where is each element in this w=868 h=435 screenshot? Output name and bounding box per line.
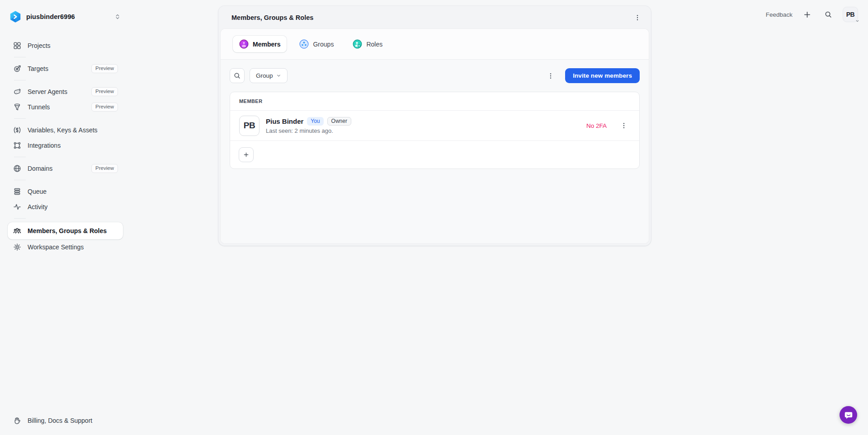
sidebar-divider: [8, 53, 123, 61]
page: piusbinder6996 Projects Targets Preview …: [0, 0, 868, 435]
member-menu-button[interactable]: [618, 119, 630, 132]
panel-menu-button[interactable]: [631, 11, 644, 24]
integrations-nodes-icon: [13, 141, 22, 150]
sidebar-item-domains[interactable]: Domains Preview: [8, 161, 123, 176]
chevron-down-icon: [855, 17, 859, 24]
add-member-button[interactable]: [239, 147, 254, 162]
sidebar-item-label: Domains: [28, 165, 52, 172]
sidebar-item-workspace-settings[interactable]: Workspace Settings: [8, 239, 123, 255]
sidebar-item-label: Members, Groups & Roles: [28, 227, 107, 234]
search-icon: [233, 72, 241, 80]
kebab-icon: [620, 122, 627, 129]
tabs: Members Groups Roles: [221, 29, 649, 60]
sidebar-item-integrations[interactable]: Integrations: [8, 138, 123, 153]
projects-icon: [13, 41, 22, 50]
kebab-icon: [547, 72, 554, 80]
chat-launcher-button[interactable]: [840, 406, 857, 424]
members-list-header: MEMBER: [230, 92, 639, 111]
sidebar-item-targets[interactable]: Targets Preview: [8, 61, 123, 76]
sidebar-divider: [8, 76, 123, 84]
members-tab-content: Group Invite new members MEMBER PB: [221, 60, 649, 243]
sidebar-item-queue[interactable]: Queue: [8, 184, 123, 199]
member-last-seen: Last seen: 2 minutes ago.: [266, 127, 351, 134]
tab-label: Roles: [366, 41, 382, 48]
queue-stack-icon: [13, 187, 22, 196]
members-groups-roles-panel: Members, Groups & Roles Members Groups R…: [218, 6, 651, 246]
member-avatar: PB: [239, 116, 259, 136]
target-icon: [13, 64, 22, 73]
owner-badge: Owner: [327, 117, 351, 126]
sidebar-item-label: Tunnels: [28, 103, 50, 111]
dollar-parentheses-icon: [13, 126, 22, 135]
workspace-unfold-icon: [114, 13, 121, 20]
global-search-button[interactable]: [821, 8, 835, 21]
members-toolbar: Group Invite new members: [230, 68, 640, 83]
sidebar-item-members-groups-roles[interactable]: Members, Groups & Roles: [8, 222, 123, 239]
tab-roles[interactable]: Roles: [346, 36, 389, 52]
sidebar-item-projects[interactable]: Projects: [8, 38, 123, 53]
search-icon: [824, 10, 832, 19]
members-tab-icon: [239, 39, 249, 49]
sidebar-item-label: Activity: [28, 203, 47, 210]
sidebar-footer-label: Billing, Docs & Support: [28, 417, 92, 424]
sidebar-divider: [8, 115, 123, 122]
preview-badge: Preview: [91, 87, 118, 96]
activity-pulse-icon: [13, 202, 22, 211]
sidebar-nav: Projects Targets Preview Server Agents P…: [8, 38, 123, 255]
panel-header: Members, Groups & Roles: [218, 6, 651, 29]
sidebar-item-variables-keys-assets[interactable]: Variables, Keys & Assets: [8, 122, 123, 138]
feedback-link[interactable]: Feedback: [766, 11, 793, 18]
members-list-footer: [230, 141, 639, 168]
search-members-button[interactable]: [230, 68, 245, 83]
hand-icon: [13, 416, 22, 425]
sidebar-item-label: Queue: [28, 188, 47, 195]
workspace-logo-icon: [9, 11, 21, 23]
create-new-button[interactable]: [800, 8, 814, 21]
preview-badge: Preview: [91, 64, 118, 73]
sidebar-item-label: Targets: [28, 65, 48, 72]
group-filter-label: Group: [256, 72, 273, 79]
workspace-name: piusbinder6996: [26, 13, 109, 20]
sidebar-item-server-agents[interactable]: Server Agents Preview: [8, 84, 123, 99]
kebab-icon: [634, 14, 641, 21]
chevron-down-icon: [276, 73, 281, 78]
sidebar-divider: [8, 176, 123, 184]
user-avatar-initials: PB: [846, 11, 854, 18]
sidebar-item-label: Variables, Keys & Assets: [28, 126, 98, 134]
tab-label: Groups: [313, 41, 334, 48]
sidebar-item-tunnels[interactable]: Tunnels Preview: [8, 99, 123, 115]
sidebar-item-label: Workspace Settings: [28, 243, 84, 251]
toolbar-menu-button[interactable]: [544, 70, 557, 82]
sidebar: piusbinder6996 Projects Targets Preview …: [0, 0, 131, 435]
sidebar-divider: [8, 215, 123, 222]
sidebar-item-billing-docs-support[interactable]: Billing, Docs & Support: [8, 413, 123, 428]
invite-new-members-button[interactable]: Invite new members: [565, 68, 640, 83]
member-2fa-status: No 2FA: [586, 122, 607, 129]
sidebar-item-activity[interactable]: Activity: [8, 199, 123, 215]
preview-badge: Preview: [91, 164, 118, 173]
sidebar-divider: [8, 153, 123, 161]
tab-groups[interactable]: Groups: [293, 36, 340, 52]
roles-tab-icon: [353, 39, 362, 49]
sidebar-item-label: Projects: [28, 42, 51, 49]
server-agents-icon: [13, 87, 22, 96]
workspace-switcher[interactable]: piusbinder6996: [8, 9, 123, 24]
user-avatar[interactable]: PB: [843, 7, 858, 22]
tab-members[interactable]: Members: [233, 36, 287, 52]
sidebar-item-label: Server Agents: [28, 88, 67, 95]
group-filter-dropdown[interactable]: Group: [250, 68, 288, 83]
groups-tab-icon: [299, 39, 309, 49]
plus-icon: [803, 10, 811, 19]
member-row[interactable]: PB Pius Binder You Owner Last seen: 2 mi…: [230, 111, 639, 141]
tunnel-funnel-icon: [13, 103, 22, 112]
gear-icon: [13, 243, 22, 252]
members-group-icon: [13, 226, 22, 235]
panel-title: Members, Groups & Roles: [231, 14, 631, 21]
members-list-card: MEMBER PB Pius Binder You Owner Last see…: [230, 92, 640, 169]
you-badge: You: [307, 117, 323, 126]
topbar: Feedback PB: [766, 0, 868, 29]
chat-bubble-icon: [844, 410, 854, 420]
sidebar-item-label: Integrations: [28, 142, 61, 149]
member-name: Pius Binder: [266, 117, 303, 125]
plus-icon: [243, 151, 250, 158]
